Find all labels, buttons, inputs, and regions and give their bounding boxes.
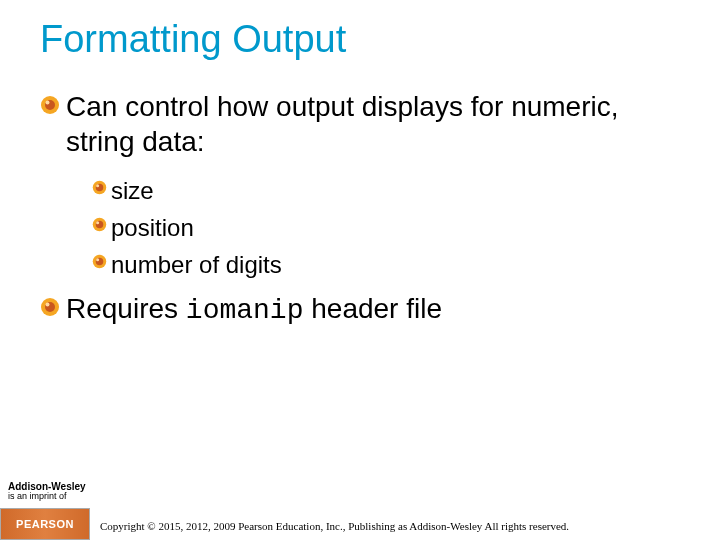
code-text: iomanip bbox=[186, 295, 304, 326]
text-part: header file bbox=[303, 293, 442, 324]
bullet-text: position bbox=[111, 212, 194, 243]
bullet-level2: size bbox=[92, 175, 680, 206]
bullet-level1: Requires iomanip header file bbox=[40, 291, 680, 328]
svg-point-8 bbox=[96, 221, 99, 224]
imprint-line: is an imprint of bbox=[8, 492, 86, 502]
text-part: Requires bbox=[66, 293, 186, 324]
bullet-text: Requires iomanip header file bbox=[66, 291, 442, 328]
copyright-text: Copyright © 2015, 2012, 2009 Pearson Edu… bbox=[100, 520, 569, 532]
bullet-icon bbox=[40, 95, 60, 119]
bullet-icon bbox=[92, 254, 107, 273]
imprint-block: Addison-Wesley is an imprint of bbox=[8, 481, 86, 502]
svg-point-2 bbox=[46, 101, 50, 105]
bullet-level2: position bbox=[92, 212, 680, 243]
svg-point-14 bbox=[46, 302, 50, 306]
svg-point-5 bbox=[96, 184, 99, 187]
slide-title: Formatting Output bbox=[40, 18, 680, 61]
svg-point-11 bbox=[96, 259, 99, 262]
bullet-text: Can control how output displays for nume… bbox=[66, 89, 680, 159]
bullet-level1: Can control how output displays for nume… bbox=[40, 89, 680, 159]
footer: Addison-Wesley is an imprint of PEARSON … bbox=[0, 480, 720, 540]
bullet-text: size bbox=[111, 175, 154, 206]
bullet-level2: number of digits bbox=[92, 249, 680, 280]
pearson-logo: PEARSON bbox=[0, 508, 90, 540]
bullet-icon bbox=[40, 297, 60, 321]
bullet-icon bbox=[92, 217, 107, 236]
bullet-icon bbox=[92, 180, 107, 199]
bullet-text: number of digits bbox=[111, 249, 282, 280]
